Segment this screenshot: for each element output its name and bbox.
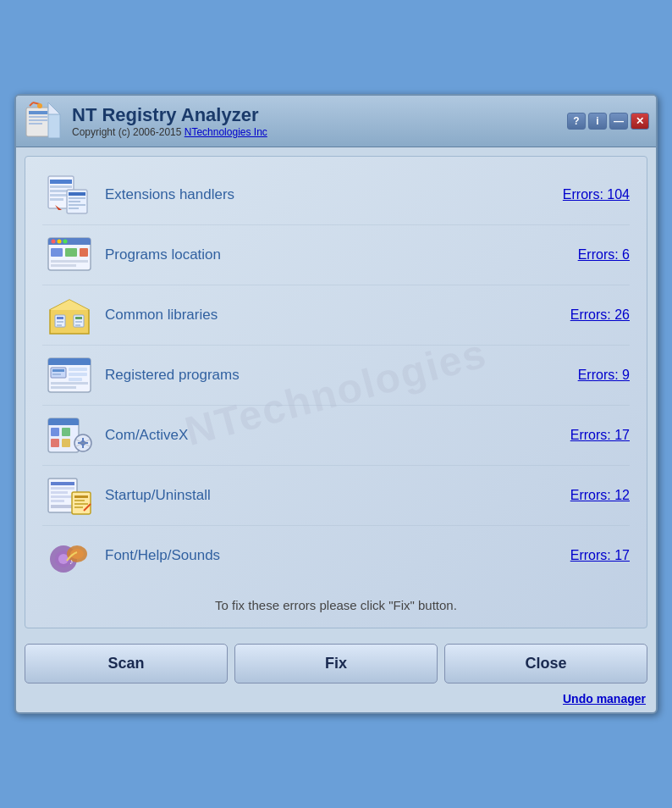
- svg-rect-20: [69, 204, 85, 206]
- item-name-registered: Registered programs: [96, 367, 520, 384]
- svg-point-26: [58, 240, 62, 244]
- svg-rect-3: [29, 119, 47, 121]
- item-errors-programs[interactable]: Errors: 6: [520, 247, 630, 263]
- svg-rect-51: [51, 386, 76, 389]
- fix-button[interactable]: Fix: [234, 644, 438, 683]
- svg-rect-47: [69, 368, 87, 371]
- svg-rect-71: [74, 503, 88, 505]
- svg-rect-21: [69, 208, 79, 209]
- svg-rect-62: [51, 482, 74, 485]
- main-window: NT Registry Analyzer Copyright (c) 2006-…: [14, 94, 658, 714]
- title-text-block: NT Registry Analyzer Copyright (c) 2006-…: [72, 104, 267, 138]
- svg-rect-43: [48, 362, 91, 365]
- item-errors-activex[interactable]: Errors: 17: [520, 428, 630, 443]
- icon-activex: [42, 412, 96, 458]
- close-title-button[interactable]: ✕: [631, 113, 649, 130]
- main-panel: NTechnologies Extensions handlersErrors:…: [25, 156, 647, 628]
- svg-rect-30: [80, 248, 88, 257]
- copyright-link[interactable]: NTechnologies Inc: [185, 126, 267, 138]
- svg-rect-57: [51, 439, 59, 447]
- svg-text:♪: ♪: [69, 557, 74, 566]
- fix-hint: To fix these errors please click "Fix" b…: [42, 586, 630, 619]
- svg-point-27: [63, 240, 68, 244]
- item-name-startup: Startup/Uninstall: [96, 487, 520, 504]
- icon-registered: [42, 352, 96, 398]
- svg-rect-1: [29, 111, 47, 114]
- svg-rect-66: [51, 500, 64, 502]
- svg-rect-29: [65, 248, 77, 257]
- svg-marker-6: [48, 102, 60, 114]
- items-container: Extensions handlersErrors: 104 Programs …: [42, 165, 630, 586]
- close-button[interactable]: Close: [444, 644, 647, 683]
- item-errors-font[interactable]: Errors: 17: [520, 548, 630, 563]
- item-errors-startup[interactable]: Errors: 12: [520, 488, 630, 503]
- svg-rect-28: [51, 248, 63, 257]
- svg-rect-19: [69, 201, 80, 202]
- svg-rect-49: [69, 378, 82, 381]
- svg-line-7: [30, 102, 33, 106]
- svg-point-9: [37, 103, 42, 108]
- item-name-extensions: Extensions handlers: [96, 186, 520, 203]
- svg-rect-38: [75, 317, 82, 319]
- svg-rect-31: [51, 260, 88, 263]
- list-item: Com/ActiveXErrors: 17: [42, 406, 630, 466]
- svg-rect-63: [51, 487, 74, 490]
- list-item: Extensions handlersErrors: 104: [42, 165, 630, 225]
- svg-rect-65: [51, 495, 74, 498]
- svg-rect-70: [74, 500, 85, 501]
- app-copyright: Copyright (c) 2006-2015 NTechnologies In…: [72, 126, 267, 138]
- svg-rect-2: [29, 116, 47, 118]
- undo-manager-link[interactable]: Undo manager: [563, 692, 646, 706]
- list-item: Registered programsErrors: 9: [42, 346, 630, 406]
- list-item: Programs locationErrors: 6: [42, 225, 630, 285]
- svg-rect-56: [62, 428, 70, 436]
- svg-rect-15: [50, 198, 63, 201]
- svg-rect-48: [69, 373, 87, 376]
- icon-programs: [42, 232, 96, 278]
- svg-rect-69: [74, 495, 88, 498]
- icon-libraries: [42, 292, 96, 338]
- svg-rect-58: [62, 439, 70, 447]
- title-buttons: ? i — ✕: [567, 113, 649, 130]
- svg-rect-67: [51, 505, 74, 508]
- svg-point-25: [52, 240, 56, 244]
- list-item: Common librariesErrors: 26: [42, 285, 630, 346]
- svg-rect-72: [74, 506, 83, 508]
- svg-rect-55: [51, 428, 59, 436]
- item-name-libraries: Common libraries: [96, 307, 520, 324]
- svg-rect-46: [52, 374, 61, 375]
- item-errors-registered[interactable]: Errors: 9: [520, 368, 630, 383]
- minimize-button[interactable]: —: [609, 113, 628, 130]
- item-name-programs: Programs location: [96, 246, 520, 263]
- svg-rect-34: [57, 317, 63, 319]
- item-name-font: Font/Help/Sounds: [96, 547, 520, 564]
- svg-rect-36: [57, 324, 62, 326]
- list-item: Startup/UninstallErrors: 12: [42, 466, 630, 526]
- copyright-text: Copyright (c) 2006-2015: [72, 126, 181, 138]
- svg-rect-40: [75, 324, 80, 326]
- svg-rect-11: [50, 180, 72, 184]
- bottom-buttons: Scan Fix Close: [16, 637, 656, 689]
- svg-rect-4: [29, 123, 42, 125]
- svg-rect-39: [75, 321, 82, 323]
- svg-rect-13: [50, 190, 67, 192]
- item-name-activex: Com/ActiveX: [96, 427, 520, 444]
- footer-bar: Undo manager: [16, 689, 656, 712]
- icon-startup: [42, 473, 96, 518]
- svg-rect-64: [51, 491, 68, 494]
- icon-font: ♪: [42, 533, 96, 578]
- scan-button[interactable]: Scan: [25, 644, 228, 683]
- title-bar: NT Registry Analyzer Copyright (c) 2006-…: [16, 96, 656, 147]
- help-button[interactable]: ?: [567, 113, 586, 130]
- svg-rect-12: [50, 185, 72, 188]
- svg-rect-17: [69, 192, 85, 196]
- info-button[interactable]: i: [588, 113, 607, 130]
- svg-rect-35: [57, 321, 63, 323]
- svg-rect-32: [51, 264, 76, 267]
- svg-rect-45: [52, 369, 64, 372]
- svg-rect-18: [69, 197, 85, 199]
- icon-extensions: [42, 172, 96, 218]
- item-errors-extensions[interactable]: Errors: 104: [520, 187, 630, 202]
- svg-rect-54: [48, 422, 79, 425]
- item-errors-libraries[interactable]: Errors: 26: [520, 307, 630, 323]
